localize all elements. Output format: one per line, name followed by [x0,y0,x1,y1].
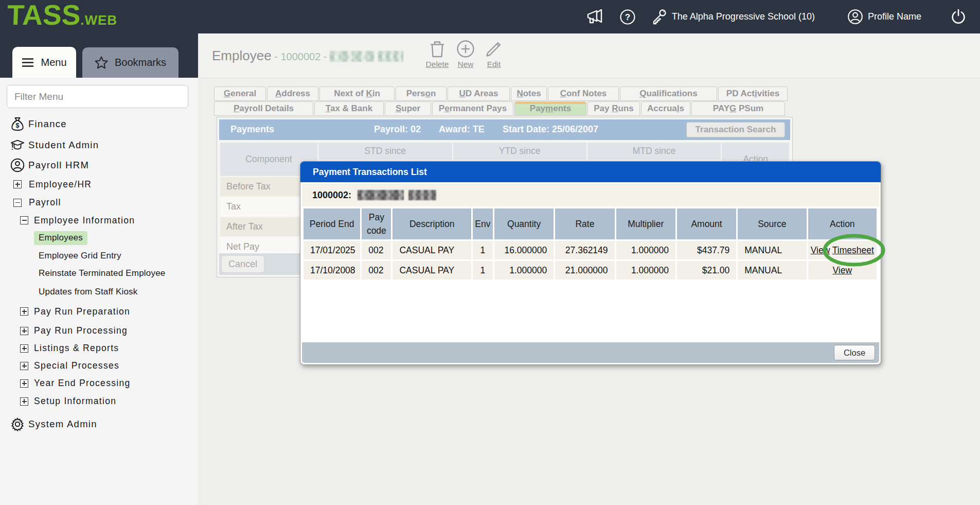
moneybag-icon: $ [10,117,25,131]
sidebar-item-label: Employee/HR [29,179,92,190]
sidebar-item-payroll-hrm[interactable]: Payroll HRM [0,155,198,175]
tab-bookmarks[interactable]: Bookmarks [82,47,179,78]
col-description: Description [393,208,471,239]
school-selector[interactable]: The Alpha Progressive School (10) [651,8,815,26]
profile-icon [847,9,863,25]
svg-text:$: $ [16,122,20,129]
tab-label: Tax & Bank [326,103,372,114]
close-button[interactable]: Close [834,345,875,360]
tab-label: Accruals [647,103,684,114]
tab-payments[interactable]: Payments [514,101,586,116]
sidebar-item-finance[interactable]: $Finance [0,114,198,134]
expand-icon[interactable] [20,327,28,335]
expand-icon[interactable] [20,362,28,370]
new-button[interactable]: New [453,40,478,69]
payment-transactions-modal: Payment Transactions List 1000002: Perio… [300,161,881,365]
modal-body: 1000002: Period EndPaycodeDescriptionEnv… [300,182,881,364]
tab-permanent-pays[interactable]: Permanent Pays [432,101,513,116]
sidebar-item-label: Setup Information [34,396,116,407]
plus-circle-icon [456,40,475,58]
tab-pd-activities[interactable]: PD Activities [718,86,788,101]
sidebar-item-listings-reports[interactable]: Listings & Reports [0,340,198,357]
edit-button[interactable]: Edit [481,40,507,69]
delete-button[interactable]: Delete [424,40,450,69]
sidebar-item-special-processes[interactable]: Special Processes [0,357,198,375]
sidebar-item-pay-run-processing[interactable]: Pay Run Processing [0,322,198,340]
logout-button[interactable] [950,8,967,26]
tab-conf-notes[interactable]: Conf Notes [548,86,619,101]
tab-address[interactable]: Address [267,86,318,101]
sidebar-item-payroll[interactable]: Payroll [0,194,198,212]
expand-icon[interactable] [20,344,28,353]
view-link[interactable]: View [832,265,852,275]
sidebar-item-system-admin[interactable]: System Admin [0,411,198,438]
tab-notes[interactable]: Notes [511,86,547,101]
sidebar-item-pay-run-preparation[interactable]: Pay Run Preparation [0,301,198,322]
tab-label: Notes [516,89,541,99]
expand-icon[interactable] [20,397,28,406]
transaction-search-button[interactable]: Transaction Search [686,122,785,137]
sidebar-item-label: Finance [28,118,67,130]
env-cell: 1 [473,241,493,259]
tab-ud-areas[interactable]: UD Areas [448,86,510,101]
col-period-end: Period End [304,208,360,239]
sidebar-item-label: Employees [39,233,83,242]
modal-header: Payment Transactions List [300,162,881,182]
tab-label: Payments [530,103,571,114]
sidebar-item-employees[interactable]: Employees [0,229,198,247]
expand-icon[interactable] [13,180,22,188]
sidebar-item-label: System Admin [28,419,97,430]
sidebar-item-setup-information[interactable]: Setup Information [0,392,198,411]
tab-person[interactable]: Person [396,86,447,101]
view-link[interactable]: View [811,245,830,255]
tab-label: PAYG PSum [713,103,763,114]
description-cell: CASUAL PAY [393,241,471,259]
cancel-button[interactable]: Cancel [221,255,264,273]
sidebar-item-updates-from-staff-kiosk[interactable]: Updates from Staff Kiosk [0,283,198,301]
payments-panel-header: Payments Payroll: 02 Award: TE Start Dat… [219,119,790,140]
sidebar-item-employee-information[interactable]: Employee Information [0,212,198,229]
sidebar-item-reinstate-terminated-employee[interactable]: Reinstate Terminated Employee [0,265,198,283]
sidebar-item-label: Pay Run Preparation [34,306,130,317]
tab-label: UD Areas [459,89,498,99]
sidebar-item-label: Listings & Reports [34,343,119,354]
tab-payg-psum[interactable]: PAYG PSum [691,101,785,116]
tab-qualifications[interactable]: Qualifications [620,86,717,101]
tab-menu[interactable]: Menu [12,47,76,78]
help-button[interactable]: ? [619,9,636,25]
sidebar-item-employee-hr[interactable]: Employee/HR [0,175,198,194]
amount-cell: $21.00 [677,261,736,280]
sidebar-item-label: Pay Run Processing [34,325,128,336]
collapse-icon[interactable] [20,216,28,224]
tab-label: PD Activities [726,89,779,99]
tab-next-of-kin[interactable]: Next of Kin [319,86,395,101]
sidebar-item-employee-grid-entry[interactable]: Employee Grid Entry [0,247,198,265]
modal-footer: Close [302,342,879,363]
description-cell: CASUAL PAY [393,261,471,280]
expand-icon[interactable] [20,379,28,388]
tab-super[interactable]: Super [385,101,431,116]
tab-tax-bank[interactable]: Tax & Bank [314,101,384,116]
timesheet-link[interactable]: Timesheet [832,245,874,255]
tab-general[interactable]: General [214,86,266,101]
sidebar: $FinanceStudent AdminPayroll HRMEmployee… [0,78,198,505]
sidebar-item-year-end-processing[interactable]: Year End Processing [0,375,198,392]
tab-pay-runs[interactable]: Pay Runs [587,101,640,116]
announcements-button[interactable] [586,8,604,26]
collapse-icon[interactable] [13,199,22,207]
tab-row-1: GeneralAddressNext of KinPersonUD AreasN… [214,86,980,101]
tab-menu-label: Menu [41,57,66,68]
page-title-text: Employee [212,48,272,63]
sidebar-item-student-admin[interactable]: Student Admin [0,134,198,155]
expand-icon[interactable] [20,307,28,316]
megaphone-icon [586,8,604,26]
filter-menu-input[interactable] [7,85,188,108]
star-icon [95,56,108,69]
profile-menu[interactable]: Profile Name [847,9,921,25]
tab-accruals[interactable]: Accruals [641,101,690,116]
redacted-employee-name [408,190,436,200]
col-source: Source [738,208,806,239]
tab-label: General [224,89,256,99]
period-end-cell: 17/01/2025 [304,241,360,259]
tab-payroll-details[interactable]: Payroll Details [214,101,313,116]
